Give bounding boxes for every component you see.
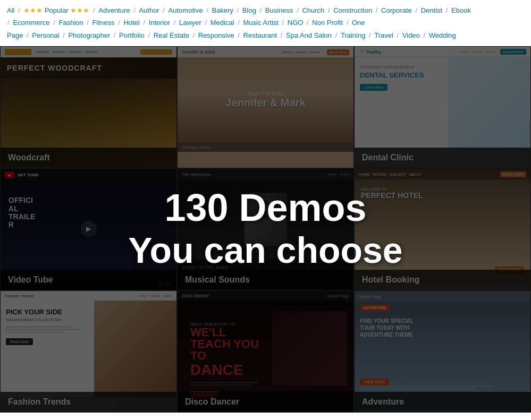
filter-author[interactable]: Author bbox=[139, 6, 159, 14]
filter-music-artist[interactable]: Music Artist bbox=[243, 19, 278, 27]
wc-hero: PERFECT WOODCRAFT bbox=[1, 57, 176, 79]
wc-nav-links bbox=[36, 51, 98, 53]
woodcraft-label: Woodcraft bbox=[1, 148, 176, 168]
filter-blog[interactable]: Blog bbox=[242, 6, 256, 14]
disco-hero: We'll teach you to WE'LL TEACH YOU TO DA… bbox=[178, 301, 353, 396]
filter-corporate[interactable]: Corporate bbox=[381, 6, 412, 14]
disco-label: Disco Dancer bbox=[178, 392, 353, 412]
skt-logo bbox=[5, 172, 14, 178]
filter-video[interactable]: Video bbox=[402, 31, 420, 39]
filter-popular[interactable]: ★★★ Popular ★★★ bbox=[23, 6, 89, 14]
musical-hero bbox=[178, 179, 353, 259]
filter-ecommerce[interactable]: Ecommerce bbox=[13, 19, 49, 27]
demo-card-adventure[interactable]: Sample Page Adventure FIND YOUR SPECIALT… bbox=[354, 290, 531, 413]
wc-logo bbox=[5, 49, 31, 55]
musical-label: Musical Sounds bbox=[178, 270, 353, 290]
disco-nav: Daro Dancer Sample Page bbox=[178, 291, 353, 301]
wedding-bottom: Training In Dance bbox=[178, 142, 353, 152]
demo-card-hotel[interactable]: HOME ROOMS GALLERY ABOUT BOOK NOW WELCOM… bbox=[354, 168, 531, 290]
filter-all[interactable]: All bbox=[7, 6, 14, 14]
adv-btn: VIEW TOUR bbox=[360, 379, 389, 385]
demo-card-fashion[interactable]: Fashion Trends PICK YOUR SIDE WOMENSWEAR… bbox=[0, 290, 177, 413]
demo-card-woodcraft[interactable]: PERFECT WOODCRAFT Woodcraft bbox=[0, 46, 177, 168]
demo-card-wedding[interactable]: Jennifer & Mark Book Now Save The Date J… bbox=[177, 46, 354, 168]
filter-portfolio[interactable]: Portfolio bbox=[119, 31, 145, 39]
filter-ngo[interactable]: NGO bbox=[288, 19, 304, 27]
adventure-label: Adventure bbox=[355, 392, 530, 412]
filter-hotel[interactable]: Hotel bbox=[123, 19, 139, 27]
fashion-nav: Fashion Trends bbox=[1, 291, 176, 301]
demo-card-musical[interactable]: The Glamorous COME TO THE BAND Music bbox=[177, 168, 354, 290]
filter-travel[interactable]: Travel bbox=[374, 31, 393, 39]
filter-photographer[interactable]: Photographer bbox=[68, 31, 110, 39]
videotube-label: Video Tube bbox=[1, 270, 176, 290]
dental-label: Dental Clinic bbox=[355, 148, 530, 168]
demos-grid: PERFECT WOODCRAFT Woodcraft Jennifer & M… bbox=[0, 46, 531, 413]
adv-nav: Sample Page bbox=[355, 291, 530, 302]
sep: / bbox=[18, 6, 20, 14]
dental-nav: 🦷 Teethy Appointment bbox=[355, 47, 530, 57]
filter-one[interactable]: One bbox=[352, 19, 365, 27]
filter-real-estate[interactable]: Real Estate bbox=[154, 31, 189, 39]
wedding-nav: Jennifer & Mark Book Now bbox=[178, 47, 353, 57]
fashion-content: PICK YOUR SIDE WOMENSWEAR COLLECTIONS Re… bbox=[1, 301, 176, 397]
fashion-label: Fashion Trends bbox=[1, 392, 176, 412]
filter-fitness[interactable]: Fitness bbox=[92, 19, 115, 27]
dental-content: Providing Comprehensive DENTAL SERVICES … bbox=[355, 57, 530, 153]
wc-phone bbox=[140, 49, 172, 55]
tube-hero: OFFICIALTRAILER ▶ bbox=[1, 181, 176, 277]
filter-ebook[interactable]: Ebook bbox=[451, 6, 471, 14]
adv-text: FIND YOUR SPECIALTOUR TODAY WITHADVENTUR… bbox=[360, 318, 414, 338]
filter-business[interactable]: Business bbox=[265, 6, 293, 14]
filter-tags-container: All / ★★★ Popular ★★★ / Adventure / Auth… bbox=[0, 0, 531, 46]
filter-spa[interactable]: Spa And Salon bbox=[286, 31, 332, 39]
filter-construction[interactable]: Construction bbox=[333, 6, 372, 14]
demo-card-dental[interactable]: 🦷 Teethy Appointment Providing Comprehen… bbox=[354, 46, 531, 168]
tube-play-btn[interactable]: ▶ bbox=[81, 221, 97, 237]
filter-responsive[interactable]: Responsive bbox=[198, 31, 234, 39]
demo-card-disco[interactable]: Daro Dancer Sample Page We'll teach you … bbox=[177, 290, 354, 413]
adv-badge: Adventure bbox=[360, 304, 390, 311]
filter-interior[interactable]: Interior bbox=[149, 19, 170, 27]
demo-card-videotube[interactable]: SKT TUBE OFFICIALTRAILER ▶ FEATURED VIDE… bbox=[0, 168, 177, 290]
filter-page[interactable]: Page bbox=[7, 31, 23, 39]
filter-medical[interactable]: Medical bbox=[210, 19, 234, 27]
filter-training[interactable]: Training bbox=[341, 31, 365, 39]
wedding-hero-text: Save The Date Jennifer & Mark bbox=[225, 91, 305, 109]
skt-header: SKT TUBE bbox=[1, 169, 176, 181]
filter-non-profit[interactable]: Non Profit bbox=[312, 19, 343, 27]
filter-adventure[interactable]: Adventure bbox=[98, 6, 130, 14]
filter-dentist[interactable]: Dentist bbox=[421, 6, 442, 14]
hotel-nav: HOME ROOMS GALLERY ABOUT BOOK NOW bbox=[355, 169, 530, 179]
hotel-label: Hotel Booking bbox=[355, 270, 530, 290]
filter-lawyer[interactable]: Lawyer bbox=[179, 19, 201, 27]
filter-restaurant[interactable]: Restaurant bbox=[243, 31, 277, 39]
filter-wedding[interactable]: Wedding bbox=[429, 31, 456, 39]
filter-fashion[interactable]: Fashion bbox=[58, 19, 83, 27]
wc-hero-title: PERFECT WOODCRAFT bbox=[7, 64, 102, 72]
filter-bakery[interactable]: Bakery bbox=[212, 6, 233, 14]
filter-church[interactable]: Church bbox=[302, 6, 324, 14]
filter-automotive[interactable]: Automotive bbox=[168, 6, 203, 14]
filter-personal[interactable]: Personal bbox=[32, 31, 59, 39]
musical-nav: The Glamorous bbox=[178, 169, 353, 179]
demos-section: 130 Demos You can choose PERFECT WO bbox=[0, 46, 531, 413]
